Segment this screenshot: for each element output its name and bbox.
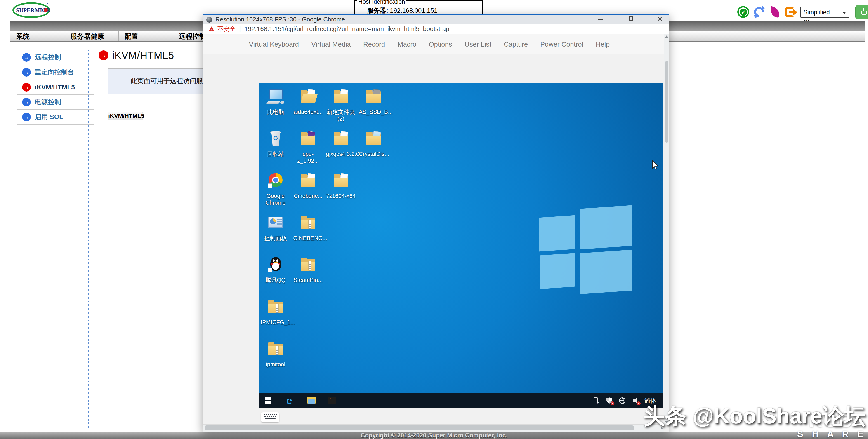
folder-with-installer-icon: [298, 130, 318, 150]
status-ok-icon[interactable]: ✓: [737, 6, 750, 19]
url-text[interactable]: 192.168.1.151/cgi/url_redirect.cgi?url_n…: [244, 25, 450, 33]
desktop-icon-ipmicfg-zip[interactable]: IPMICFG_1...: [260, 298, 290, 325]
desktop-icon-7zip[interactable]: 7z1604-x64: [326, 172, 356, 199]
zipped-folder-icon: [266, 298, 285, 318]
server-field-label: 服务器:: [367, 7, 388, 14]
sidebar-item-launch-sol[interactable]: → 启用 SOL: [17, 110, 94, 125]
ime-language-indicator[interactable]: 简体: [645, 397, 656, 405]
vertical-scroll-thumb[interactable]: [665, 61, 669, 143]
windows-logo-pane: [539, 253, 575, 289]
start-button[interactable]: [261, 393, 275, 408]
qq-penguin-icon: →: [266, 256, 285, 276]
desktop-icon-google-chrome[interactable]: → Google Chrome: [260, 172, 290, 206]
arrow-circle-icon: →: [22, 68, 31, 76]
menu-help[interactable]: Help: [596, 40, 610, 48]
supermicro-logo: SUPERMICR: [12, 1, 51, 20]
edge-taskbar-button[interactable]: e: [284, 393, 298, 408]
arrow-circle-icon: →: [22, 113, 31, 121]
logout-icon[interactable]: [784, 6, 798, 19]
minimize-button[interactable]: [593, 14, 608, 23]
power-button[interactable]: [855, 5, 868, 19]
url-separator: |: [239, 25, 241, 33]
volume-muted-icon[interactable]: ✕: [631, 397, 640, 405]
edge-icon: e: [286, 395, 292, 407]
menu-options[interactable]: Options: [429, 40, 452, 48]
virtual-keyboard-toggle-button[interactable]: [261, 412, 279, 422]
host-identification-box: Host Identification 服务器: 192.168.001.151: [354, 0, 483, 15]
arrow-circle-icon: →: [22, 53, 31, 62]
network-no-internet-icon[interactable]: [618, 397, 626, 405]
desktop-icon-tencent-qq[interactable]: → 腾讯QQ: [260, 256, 290, 283]
vertical-scrollbar[interactable]: [664, 34, 669, 425]
menu-power-control[interactable]: Power Control: [540, 40, 583, 48]
tab-server-health[interactable]: 服务器健康: [64, 31, 119, 41]
folder-with-documents-icon: [331, 88, 350, 108]
usb-device-icon[interactable]: ✓: [592, 397, 600, 405]
not-secure-label[interactable]: 不安全: [217, 25, 236, 33]
system-tray: ✓ ✕ ✕ 简体: [592, 393, 656, 408]
open-folder-icon: [298, 88, 318, 108]
address-bar[interactable]: ! 不安全 | 192.168.1.151/cgi/url_redirect.c…: [203, 24, 669, 34]
menu-virtual-keyboard[interactable]: Virtual Keyboard: [249, 40, 299, 48]
sidebar-item-power-control[interactable]: → 电源控制: [17, 95, 94, 110]
recycle-bin-icon: ♻: [266, 130, 285, 150]
desktop-icon-cinebench[interactable]: Cinebenc...: [293, 172, 323, 199]
remote-desktop-viewport[interactable]: 此电脑 aida64ext... 新建文件夹 (2) AS_SSD_B... ♻…: [259, 83, 662, 408]
menu-user-list[interactable]: User List: [465, 40, 491, 48]
desktop-icon-this-pc[interactable]: 此电脑: [260, 88, 290, 115]
menu-record[interactable]: Record: [363, 40, 385, 48]
feather-icon[interactable]: [769, 6, 782, 19]
desktop-icon-cpu-z[interactable]: cpu-z_1.92...: [293, 130, 323, 164]
sidebar-menu: → 远程控制 → 重定向控制台 → iKVM/HTML5 → 电源控制 → 启用…: [17, 50, 94, 125]
topbar-controls: ✓ Simplified Chinese: [737, 5, 868, 20]
menu-capture[interactable]: Capture: [504, 40, 528, 48]
arrow-circle-red-icon: →: [98, 51, 108, 60]
command-prompt-taskbar-button[interactable]: >_: [324, 393, 338, 408]
warning-triangle-icon[interactable]: !: [209, 26, 215, 32]
desktop-icon-ipmitool-zip[interactable]: ipmitool: [260, 340, 290, 368]
scroll-down-icon: [665, 421, 668, 423]
host-identification-legend: Host Identification: [357, 0, 406, 5]
tab-system[interactable]: 系统: [10, 31, 64, 41]
koolshare-logo-top: KOOL: [797, 412, 867, 430]
scroll-right-icon: [661, 427, 663, 430]
windows-start-icon: [265, 397, 272, 404]
desktop-icon-steampin-zip[interactable]: SteamPin...: [293, 256, 323, 283]
command-prompt-icon: >_: [328, 397, 336, 404]
desktop-icon-gjxqcs[interactable]: gjxqcs4.3.2.0: [326, 130, 356, 157]
remote-taskbar: e >_ ✓ ✕ ✕ 简体: [259, 393, 662, 408]
folder-with-ssd-icon: [364, 88, 383, 108]
folder-with-documents-icon: [331, 172, 350, 192]
menu-macro[interactable]: Macro: [398, 40, 416, 48]
scroll-up-icon: [665, 35, 668, 38]
globe-favicon-icon: [206, 17, 212, 23]
horizontal-scroll-thumb[interactable]: [205, 426, 634, 431]
ikvm-html5-launch-button[interactable]: iKVM/HTML5: [108, 112, 143, 120]
arrow-circle-icon: →: [22, 98, 31, 106]
desktop-icon-new-folder-2[interactable]: 新建文件夹 (2): [326, 88, 356, 122]
folder-with-documents-icon: [331, 130, 350, 150]
logo-red-dot-icon: [43, 8, 48, 12]
sidebar-item-ikvm-html5[interactable]: → iKVM/HTML5: [17, 80, 94, 95]
menu-virtual-media[interactable]: Virtual Media: [311, 40, 351, 48]
language-select[interactable]: Simplified Chinese: [800, 7, 849, 18]
horizontal-scrollbar[interactable]: [203, 424, 664, 432]
mouse-cursor: [652, 160, 659, 171]
close-button[interactable]: [653, 14, 666, 23]
desktop-icon-aida64[interactable]: aida64ext...: [293, 88, 323, 115]
tab-configuration[interactable]: 配置: [119, 31, 173, 41]
file-explorer-taskbar-button[interactable]: [304, 393, 318, 408]
sidebar-item-console-redirection[interactable]: → 重定向控制台: [17, 65, 94, 80]
desktop-icon-crystaldisk[interactable]: CrystalDis...: [359, 130, 389, 157]
desktop-icon-recycle-bin[interactable]: ♻ 回收站: [260, 130, 290, 157]
refresh-icon[interactable]: [753, 6, 766, 19]
ikvm-menu-bar: Virtual Keyboard Virtual Media Record Ma…: [203, 34, 669, 55]
desktop-icon-control-panel[interactable]: 控制面板: [260, 214, 290, 242]
desktop-icon-cinebench-zip[interactable]: CINEBENC...: [293, 214, 323, 242]
sidebar-item-remote-control[interactable]: → 远程控制: [17, 50, 94, 65]
desktop-icon-as-ssd[interactable]: AS_SSD_B...: [359, 88, 389, 115]
arrow-circle-red-icon: →: [22, 83, 31, 92]
maximize-button[interactable]: [624, 14, 638, 23]
security-shield-alert-icon[interactable]: ✕: [605, 397, 613, 405]
folder-with-documents-icon: [298, 172, 318, 192]
